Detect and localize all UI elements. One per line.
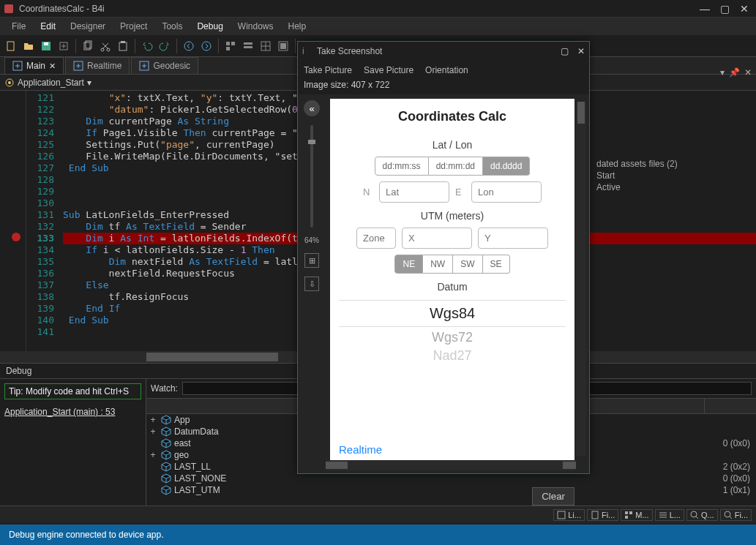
close-panel-icon[interactable]: ✕ [744,67,752,78]
dropdown-icon[interactable]: ▾ [720,67,725,78]
open-icon[interactable] [20,38,37,54]
forward-icon[interactable] [198,38,214,54]
tool-find[interactable]: Fi... [720,509,752,521]
tool-modules[interactable]: M... [621,509,652,521]
col-val[interactable] [705,399,756,413]
module3-icon[interactable] [258,38,274,54]
seg-dddddd[interactable]: dd.dddd [483,157,530,176]
seg-nw[interactable]: NW [423,255,453,274]
tab-realtime[interactable]: Realtime [65,57,130,74]
stack-frame[interactable]: Application_Start (main) : 53 [4,407,141,417]
variable-row[interactable]: LAST_UTM1 (0x1) [146,484,756,496]
phone-preview: Coordinates Calc Lat / Lon dd:mm:ss dd:m… [330,99,575,463]
export-icon[interactable] [56,38,72,54]
dialog-horizontal-scrollbar[interactable] [326,460,576,470]
zoom-slider[interactable] [310,125,313,228]
screenshot-dialog: i Take Screenshot ▢ ✕ Take Picture Save … [297,41,590,474]
orientation-link[interactable]: Orientation [425,65,468,75]
scrollbar-thumb[interactable] [577,102,585,124]
expand-icon[interactable]: + [148,426,158,437]
variable-name: LAST_UTM [174,485,703,495]
menu-file[interactable]: File [4,19,33,34]
maximize-icon[interactable]: ▢ [561,46,569,56]
breadcrumb-dropdown-icon[interactable]: ▾ [87,78,91,88]
image-size-label: Image size: 407 x 722 [298,80,589,94]
close-button[interactable]: ✕ [740,3,749,15]
datum-section-label: Datum [330,281,575,293]
module-icon [73,61,83,71]
seg-ddmmss[interactable]: dd:mm:ss [375,157,429,176]
close-icon[interactable]: ✕ [49,61,56,71]
menu-debug[interactable]: Debug [190,19,230,34]
lon-input[interactable] [471,181,542,203]
log-panel: dated assets files (2) Start Active [596,158,750,193]
svg-point-12 [202,42,211,50]
save-picture-link[interactable]: Save Picture [364,65,413,75]
clear-button[interactable]: Clear [532,487,575,505]
scrollbar-thumb[interactable] [146,353,278,361]
zoom-reset-icon[interactable]: « [304,100,320,116]
tab-geodesic[interactable]: Geodesic [131,57,198,74]
seg-se[interactable]: SE [483,255,510,274]
dialog-vertical-scrollbar[interactable] [576,102,586,456]
variable-row[interactable]: LAST_NONE0 (0x0) [146,473,756,484]
back-icon[interactable] [181,38,197,54]
lat-input[interactable] [379,181,449,203]
svg-rect-28 [625,511,628,514]
window-title: CoordinatesCalc - B4i [19,4,700,14]
scrollbar-thumb[interactable] [326,462,348,469]
seg-ne[interactable]: NE [394,255,423,274]
status-text: Debug engine connected to device app. [9,530,164,540]
undo-icon[interactable] [139,38,155,54]
zone-input[interactable] [356,228,396,249]
scrollbar-thumb[interactable] [563,462,576,469]
minimize-button[interactable]: — [700,3,710,15]
tab-main[interactable]: Main ✕ [4,57,64,74]
menu-designer[interactable]: Designer [63,19,113,34]
expand-icon[interactable]: + [148,415,158,425]
breadcrumb-label[interactable]: Application_Start [18,78,84,88]
y-input[interactable] [478,228,548,249]
cut-icon[interactable] [97,38,113,54]
menu-project[interactable]: Project [113,19,154,34]
datum-picker[interactable]: Wgs84 Wgs72 Nad27 [330,300,575,365]
tab-label: Geodesic [153,61,190,71]
new-icon[interactable] [3,38,19,54]
menu-tools[interactable]: Tools [154,19,190,34]
paste-icon[interactable] [115,38,131,54]
x-input[interactable] [402,228,472,249]
module4-icon[interactable] [275,38,291,54]
breakpoint-dot[interactable] [12,233,20,241]
tool-quick[interactable]: Q... [686,509,718,521]
tool-libraries[interactable]: Li... [553,509,585,521]
menu-help[interactable]: Help [281,19,314,34]
log-line: dated assets files (2) [596,158,750,170]
svg-rect-9 [119,42,127,50]
datum-option: Wgs72 [330,328,575,347]
variable-icon [161,485,171,495]
pin-icon[interactable]: 📌 [729,67,740,78]
menu-edit[interactable]: Edit [33,19,63,34]
breakpoint-gutter[interactable] [0,91,26,351]
module2-icon[interactable] [240,38,256,54]
close-icon[interactable]: ✕ [577,46,585,56]
menu-bar: File Edit Designer Project Tools Debug W… [0,18,756,35]
take-picture-link[interactable]: Take Picture [304,65,352,75]
realtime-link[interactable]: Realtime [339,443,382,456]
svg-rect-30 [625,516,628,519]
redo-icon[interactable] [157,38,173,54]
tool-files[interactable]: Fi... [587,509,618,521]
log-line: Active [596,181,750,193]
seg-sw[interactable]: SW [453,255,482,274]
maximize-button[interactable]: ▢ [720,3,730,15]
seg-ddmmdd[interactable]: dd:mm:dd [429,157,483,176]
zoom-save-icon[interactable]: ⇩ [304,277,319,291]
expand-icon[interactable]: + [148,450,158,460]
tool-logs[interactable]: L... [655,509,684,521]
module1-icon[interactable] [222,38,239,54]
save-icon[interactable] [38,38,54,54]
copy-icon[interactable] [80,38,96,54]
menu-windows[interactable]: Windows [231,19,281,34]
zoom-slider-thumb[interactable] [308,140,315,144]
zoom-fit-icon[interactable]: ⊞ [304,253,319,268]
